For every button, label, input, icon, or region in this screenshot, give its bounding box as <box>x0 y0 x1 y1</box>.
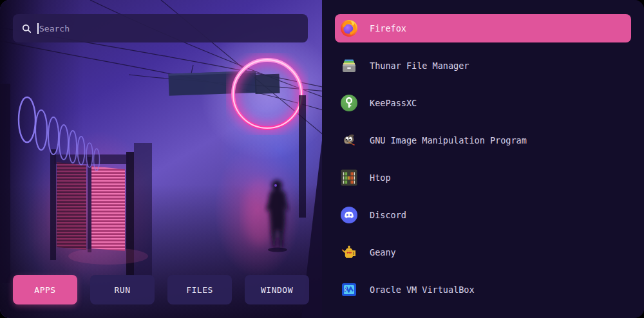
app-row-htop[interactable]: Htop <box>335 164 631 192</box>
app-row-geany[interactable]: Geany <box>335 238 631 267</box>
mode-button-files[interactable]: FILES <box>167 275 232 304</box>
virtualbox-icon <box>340 281 358 299</box>
mode-button-run[interactable]: RUN <box>90 275 155 304</box>
search-input[interactable] <box>39 24 299 33</box>
search-bar <box>13 14 308 42</box>
mode-button-apps[interactable]: APPS <box>13 275 77 304</box>
app-row-firefox[interactable]: Firefox <box>335 14 631 42</box>
wallpaper-panel: APPS RUN FILES WINDOW <box>0 0 322 318</box>
app-label: Thunar File Manager <box>370 61 469 71</box>
app-label: Htop <box>370 173 391 183</box>
search-icon <box>22 24 32 33</box>
app-label: Oracle VM VirtualBox <box>370 285 475 295</box>
app-launcher-window: APPS RUN FILES WINDOW <box>0 0 644 318</box>
app-row-discord[interactable]: Discord <box>335 201 631 229</box>
text-cursor <box>37 23 39 34</box>
htop-icon <box>340 169 358 187</box>
mode-button-window[interactable]: WINDOW <box>245 275 309 304</box>
firefox-icon <box>340 19 358 37</box>
walking-figure <box>243 179 289 252</box>
app-label: Firefox <box>370 23 406 33</box>
wallpaper <box>0 0 322 318</box>
app-label: Discord <box>370 210 406 220</box>
app-list: Firefox Thunar File Manager <box>322 0 644 318</box>
geany-icon <box>340 243 358 261</box>
app-label: KeePassXC <box>370 98 417 108</box>
app-label: GNU Image Manipulation Program <box>370 135 527 145</box>
discord-icon <box>340 206 358 224</box>
keepassxc-icon <box>340 94 358 112</box>
thunar-icon <box>340 57 358 75</box>
gimp-icon <box>340 131 358 149</box>
mode-switcher: APPS RUN FILES WINDOW <box>13 275 309 304</box>
app-label: Geany <box>370 247 396 257</box>
app-row-gimp[interactable]: GNU Image Manipulation Program <box>335 126 631 154</box>
app-row-virtualbox[interactable]: Oracle VM VirtualBox <box>335 276 631 304</box>
app-row-thunar[interactable]: Thunar File Manager <box>335 51 631 80</box>
app-row-keepassxc[interactable]: KeePassXC <box>335 89 631 117</box>
neon-ring <box>233 60 301 128</box>
